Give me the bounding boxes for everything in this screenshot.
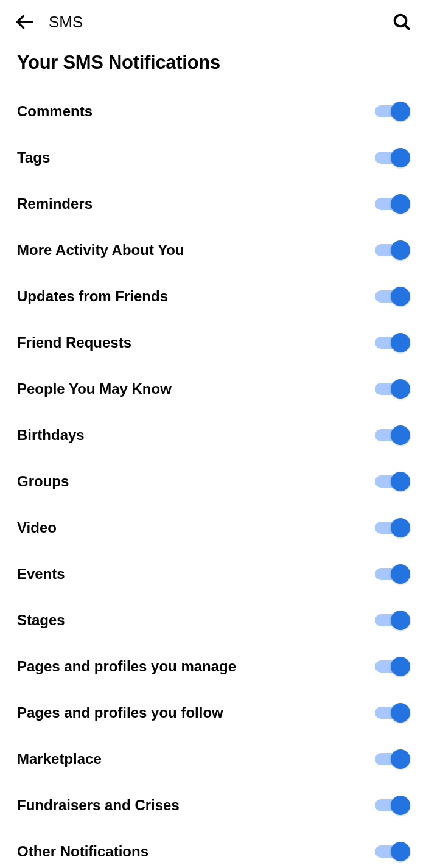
setting-row-updates-friends: Updates from Friends: [17, 273, 409, 320]
setting-row-pages-follow: Pages and profiles you follow: [17, 690, 409, 736]
back-button[interactable]: [13, 11, 35, 33]
toggle-knob: [391, 796, 410, 815]
setting-row-people-you-may-know: People You May Know: [17, 366, 409, 412]
header-title: SMS: [49, 13, 83, 32]
setting-label-more-activity: More Activity About You: [17, 242, 184, 259]
toggle-events[interactable]: [375, 564, 409, 584]
setting-label-stages: Stages: [17, 612, 65, 629]
toggle-knob: [391, 240, 410, 260]
setting-label-marketplace: Marketplace: [17, 751, 102, 768]
toggle-knob: [391, 611, 410, 630]
setting-label-fundraisers: Fundraisers and Crises: [17, 797, 180, 814]
app-header: SMS: [0, 0, 426, 44]
toggle-people-you-may-know[interactable]: [375, 379, 409, 399]
setting-label-friend-requests: Friend Requests: [17, 334, 131, 351]
setting-label-pages-manage: Pages and profiles you manage: [17, 658, 236, 675]
setting-label-events: Events: [17, 565, 65, 583]
toggle-stages[interactable]: [375, 611, 409, 630]
setting-label-birthdays: Birthdays: [17, 427, 85, 444]
toggle-birthdays[interactable]: [375, 425, 409, 445]
toggle-knob: [391, 518, 410, 537]
toggle-knob: [391, 194, 410, 214]
setting-row-reminders: Reminders: [17, 181, 409, 227]
setting-label-pages-follow: Pages and profiles you follow: [17, 704, 223, 721]
setting-label-comments: Comments: [17, 103, 93, 120]
svg-line-2: [405, 25, 409, 29]
toggle-fundraisers[interactable]: [375, 796, 409, 815]
toggle-knob: [391, 564, 410, 584]
arrow-left-icon: [14, 12, 35, 32]
setting-row-groups: Groups: [17, 458, 409, 505]
search-button[interactable]: [391, 11, 413, 33]
toggle-knob: [391, 703, 410, 723]
toggle-more-activity[interactable]: [375, 240, 409, 260]
header-left: SMS: [13, 11, 83, 33]
toggle-knob: [391, 287, 410, 306]
setting-row-events: Events: [17, 551, 409, 597]
toggle-knob: [391, 749, 410, 769]
page-title: Your SMS Notifications: [17, 52, 409, 74]
setting-row-tags: Tags: [17, 135, 409, 181]
toggle-pages-manage[interactable]: [375, 657, 409, 676]
setting-row-friend-requests: Friend Requests: [17, 320, 409, 366]
toggle-marketplace[interactable]: [375, 749, 409, 769]
setting-label-tags: Tags: [17, 149, 50, 166]
toggle-tags[interactable]: [375, 148, 409, 167]
setting-row-stages: Stages: [17, 597, 409, 643]
toggle-knob: [391, 842, 410, 861]
toggle-knob: [391, 379, 410, 399]
toggle-comments[interactable]: [375, 102, 409, 121]
toggle-reminders[interactable]: [375, 194, 409, 214]
toggle-video[interactable]: [375, 518, 409, 537]
toggle-friend-requests[interactable]: [375, 333, 409, 352]
setting-label-reminders: Reminders: [17, 195, 93, 212]
setting-row-birthdays: Birthdays: [17, 412, 409, 458]
toggle-knob: [391, 148, 410, 167]
setting-row-fundraisers: Fundraisers and Crises: [17, 782, 409, 828]
setting-label-other: Other Notifications: [17, 843, 148, 860]
setting-row-pages-manage: Pages and profiles you manage: [17, 643, 409, 690]
setting-row-more-activity: More Activity About You: [17, 227, 409, 273]
content: Your SMS Notifications CommentsTagsRemin…: [0, 44, 426, 868]
search-icon: [392, 12, 411, 32]
toggle-knob: [391, 657, 410, 676]
setting-row-marketplace: Marketplace: [17, 736, 409, 782]
toggle-knob: [391, 102, 410, 121]
toggle-knob: [391, 333, 410, 352]
setting-label-updates-friends: Updates from Friends: [17, 288, 168, 305]
toggle-updates-friends[interactable]: [375, 287, 409, 306]
toggle-knob: [391, 472, 410, 491]
toggle-pages-follow[interactable]: [375, 703, 409, 723]
setting-label-groups: Groups: [17, 473, 69, 490]
setting-row-other: Other Notifications: [17, 828, 409, 868]
setting-row-video: Video: [17, 505, 409, 551]
toggle-groups[interactable]: [375, 472, 409, 491]
settings-list: CommentsTagsRemindersMore Activity About…: [17, 88, 409, 868]
toggle-other[interactable]: [375, 842, 409, 861]
setting-label-people-you-may-know: People You May Know: [17, 380, 172, 397]
setting-label-video: Video: [17, 519, 57, 536]
setting-row-comments: Comments: [17, 88, 409, 135]
toggle-knob: [391, 425, 410, 445]
